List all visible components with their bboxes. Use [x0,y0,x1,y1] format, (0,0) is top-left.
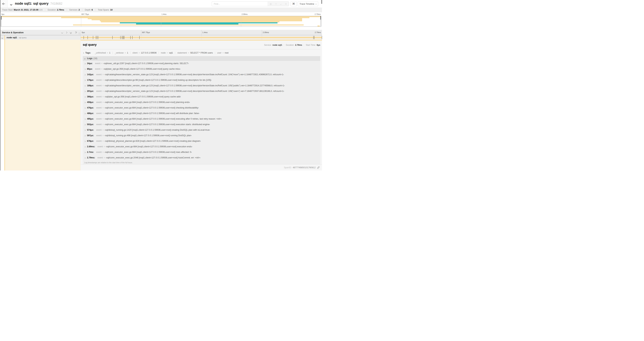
span-detail-left-gutter [0,40,81,171]
log-field-key: event [98,156,103,159]
log-timestamp: 502μs: [87,123,94,126]
log-field-key: event [96,118,102,120]
timeline-header-row: Service & Operation 0μs697.75μs1.4ms2.09… [0,30,322,35]
find-bar: ◎ × [212,2,289,6]
double-chevron-right-icon[interactable] [74,32,77,33]
tag-item[interactable]: user=root [215,52,230,54]
chevron-right-icon [84,101,85,103]
log-row[interactable]: 678μs:event=‹sql/distsql_physical_planne… [83,138,320,144]
back-button[interactable] [0,0,8,8]
locate-icon[interactable]: ◎ [270,3,272,5]
tag-item[interactable]: node=sql1 [159,52,175,54]
tag-item[interactable]: client=127.0.0.1:59936 [130,52,159,54]
clear-find-icon[interactable]: × [285,3,287,5]
span-detail-header: sql query Service:node sql1Duration:2.79… [83,43,320,48]
chevron-right-icon [84,145,85,148]
log-row[interactable]: 2.79ms:event=‹sql/conn_executor_exec.go:… [83,155,320,160]
log-field-value: ‹sql/catalog/descs/descriptor.go:98 [nsq… [104,79,212,81]
window-left-edge [0,0,0,171]
equals-sign: = [104,145,105,148]
chevron-right-icon [84,73,85,76]
tag-item[interactable]: statement=SELECT * FROM users [175,52,215,54]
log-timestamp: 495μs: [87,118,94,120]
log-timestamp: 597μs: [87,134,94,137]
prev-result-icon[interactable] [276,2,276,5]
divider [95,9,96,11]
stat-item: Duration2.79ms [48,9,64,11]
log-row[interactable]: 502μs:event=‹sql/conn_executor_exec.go:6… [83,122,320,127]
tag-item[interactable]: _unfinished=1 [92,52,112,54]
logs-list: 34μs:event=‹sql/exec_util.go:2297 [nsql1… [83,61,320,165]
chevron-right-icon [84,123,85,126]
log-row[interactable]: 495μs:event=‹sql/conn_executor_exec.go:6… [83,116,320,122]
find-input[interactable] [212,2,268,6]
equals-sign: = [107,52,108,54]
log-row[interactable]: 201μs:event=‹sql/catalog/lease/descripto… [83,88,320,94]
log-event-tick [112,36,112,39]
chevron-right-icon [84,90,85,92]
minimap-time-label: 697.75μs [82,13,89,15]
column-resizer-handle[interactable] [79,32,80,35]
meta-value: 0μs [317,44,320,46]
chevron-down-icon[interactable] [2,36,3,39]
logs-accordion-header[interactable]: Logs (18) [83,56,320,61]
span-row-timeline-cell[interactable] [81,35,322,40]
ruler-time-label: 2.09ms [263,31,269,34]
equals-sign: = [102,118,104,120]
log-field-key: event [96,90,102,92]
chevron-right-icon[interactable] [66,31,67,34]
arrow-left-icon [2,3,5,5]
log-row[interactable]: 189μs:event=‹sql/catalog/lease/descripto… [83,83,320,88]
log-row[interactable]: 459μs:event=‹sql/conn_executor_exec.go:6… [83,100,320,105]
stat-label: Depth [85,9,90,11]
log-timestamp: 678μs: [87,140,94,142]
span-duration-bar[interactable] [81,37,322,38]
service-name: node sql1 [6,36,17,39]
chevron-right-icon [83,52,84,54]
minimap-right-scrubber-handle[interactable] [320,16,321,20]
log-row[interactable]: 176μs:event=‹sql/catalog/descs/descripto… [83,77,320,83]
next-result-icon[interactable] [280,2,281,5]
log-event-tick [313,36,314,39]
equals-sign: = [188,52,189,54]
keyboard-shortcuts-button[interactable]: ⌘ [290,2,297,6]
log-timestamp: 34μs: [87,62,93,65]
log-row[interactable]: 142μs:event=‹sql/catalog/lease/descripto… [83,72,320,77]
tag-key: statement [177,52,187,54]
log-field-value: ‹sql/conn_executor_exec.go:684 [nsql1,cl… [104,151,192,153]
log-row[interactable]: 486μs:event=‹sql/conn_executor_exec.go:6… [83,111,320,116]
log-row[interactable]: 366μs:event=‹sql/plan_opt.go:358 [nsql1,… [83,94,320,100]
stat-label: Duration [48,9,56,11]
minimap-gridline [81,16,81,27]
ruler-time-label: 1.4ms [202,31,208,34]
chevron-down-icon[interactable] [62,31,63,34]
equals-sign: = [102,79,104,81]
trace-view-selector[interactable]: Trace Timeline [298,2,318,6]
scrollbar-thumb[interactable] [322,0,322,4]
meta-value: 2.79ms [295,44,302,46]
timeline-minimap[interactable] [1,16,321,27]
stat-value: 10 [110,9,112,11]
log-row[interactable]: 2.7ms:event=‹sql/conn_executor_exec.go:6… [83,149,320,155]
trace-collapse-chevron-icon[interactable] [10,3,12,6]
minimap-left-scrubber-handle[interactable] [1,16,2,20]
minimap-time-label: 1.4ms [162,13,166,15]
minimap-time-label: 2.79ms [315,13,320,15]
stat-label: Trace Start [2,9,13,11]
equals-sign: = [222,52,224,54]
span-id-value: 4877749850101760812 [293,166,316,169]
log-row[interactable]: 476μs:event=‹sql/conn_executor_exec.go:6… [83,105,320,111]
span-row-service-cell[interactable]: node sql1 sql query [0,35,81,40]
double-chevron-down-icon[interactable] [70,32,72,33]
log-row[interactable]: 2.69ms:event=‹sql/conn_executor_exec.go:… [83,144,320,149]
log-row[interactable]: 80μs:event=‹sql/plan_opt.go:358 [nsql1,c… [83,66,320,72]
tags-accordion[interactable]: Tags: _unfinished=1_verbose=1client=127.… [83,51,320,55]
log-event-tick [93,36,93,39]
trace-stats-bar: Trace StartMarch 31 2022, 17:25:09.326Du… [0,8,322,12]
tag-item[interactable]: _verbose=1 [113,52,130,54]
log-row[interactable]: 597μs:event=‹sql/distsql_running.go:498 … [83,133,320,138]
log-row[interactable]: 34μs:event=‹sql/exec_util.go:2297 [nsql1… [83,61,320,66]
log-row[interactable]: 574μs:event=‹sql/distsql_running.go:1420… [83,127,320,133]
ruler-gridline [201,30,202,35]
deep-link-icon[interactable] [317,166,320,169]
